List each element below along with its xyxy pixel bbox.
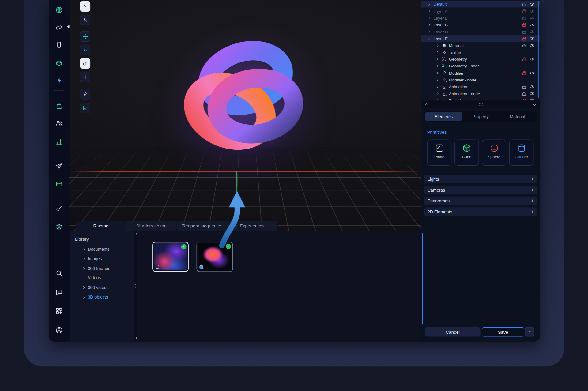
- layer-row-animation-node[interactable]: △ Animation - node: [421, 90, 540, 97]
- section-2d-elements[interactable]: 2D Elements +: [424, 207, 537, 216]
- tab-elements[interactable]: Elements: [425, 112, 462, 121]
- eye-icon[interactable]: [530, 71, 535, 75]
- layer-row-a[interactable]: Layer A: [421, 8, 540, 14]
- eye-icon[interactable]: [530, 85, 535, 88]
- layer-row-e[interactable]: Layer E: [421, 35, 540, 42]
- layers-scrollbar[interactable]: [538, 1, 539, 98]
- wallet-icon[interactable]: [55, 179, 63, 188]
- layer-row-modifier[interactable]: Modifier: [421, 70, 540, 76]
- layer-row-animation[interactable]: △ Animation: [421, 83, 540, 90]
- layer-row-geometry-node[interactable]: Geometry - node: [421, 63, 540, 70]
- key-icon[interactable]: [55, 204, 63, 213]
- collapse-section-icon[interactable]: —: [529, 130, 534, 134]
- save-options-button[interactable]: [525, 327, 534, 337]
- chevron-right-icon[interactable]: [436, 58, 439, 61]
- drag-dots-handle[interactable]: [479, 103, 479, 104]
- primitive-plane[interactable]: Plane: [427, 140, 452, 166]
- section-cameras[interactable]: Cameras +: [424, 186, 537, 194]
- pan-tool-button[interactable]: [80, 72, 90, 82]
- unlock-icon[interactable]: [522, 86, 526, 89]
- layer-row-default[interactable]: Default: [421, 1, 540, 7]
- chevron-right-icon[interactable]: [436, 92, 439, 95]
- asset-thumbnail-wave[interactable]: ✓: [152, 242, 189, 272]
- measure-tool-button[interactable]: [80, 103, 90, 113]
- shop-bag-icon[interactable]: [55, 101, 63, 110]
- primitive-cube[interactable]: Cube: [454, 140, 479, 166]
- chevron-right-icon[interactable]: [428, 17, 430, 19]
- unlock-icon[interactable]: [522, 93, 526, 96]
- lock-icon[interactable]: [522, 24, 526, 27]
- layer-row-texture[interactable]: Texture: [421, 49, 540, 56]
- add-icon[interactable]: +: [531, 209, 533, 214]
- paper-plane-icon[interactable]: [55, 161, 63, 170]
- tree-item-documents[interactable]: Documents: [70, 244, 134, 254]
- section-lights[interactable]: Lights +: [424, 175, 537, 183]
- unlock-icon[interactable]: [522, 45, 526, 47]
- chevron-right-icon[interactable]: [82, 248, 85, 251]
- tab-material[interactable]: Material: [499, 112, 536, 121]
- chevron-right-icon[interactable]: [428, 24, 430, 26]
- lock-icon[interactable]: [522, 11, 526, 13]
- eye-icon[interactable]: [530, 23, 535, 27]
- tree-item-360-images[interactable]: 360 Images: [70, 264, 134, 273]
- tree-item-library[interactable]: Library: [70, 234, 134, 244]
- eye-icon[interactable]: [530, 37, 535, 40]
- bar-chart-icon[interactable]: [55, 137, 63, 146]
- collapse-up-icon[interactable]: [425, 103, 428, 106]
- tab-property[interactable]: Property: [462, 112, 499, 121]
- tree-item-360-videos[interactable]: 360 videos: [70, 283, 134, 292]
- chevron-right-icon[interactable]: [82, 258, 85, 260]
- mobile-icon[interactable]: [55, 40, 63, 49]
- eye-icon[interactable]: [530, 2, 535, 6]
- chevron-right-icon[interactable]: [436, 51, 439, 54]
- users-icon[interactable]: [55, 118, 63, 127]
- move-tool-button[interactable]: [80, 31, 90, 42]
- chat-icon[interactable]: [55, 288, 63, 296]
- torus-knot-object[interactable]: [182, 39, 306, 163]
- tree-scrollbar[interactable]: [134, 231, 137, 342]
- tree-item-images[interactable]: Images: [70, 254, 134, 264]
- tree-item-videos[interactable]: Videos: [70, 273, 134, 283]
- layer-row-c[interactable]: Layer C: [421, 21, 540, 28]
- chevron-right-icon[interactable]: [436, 85, 439, 88]
- layer-row-b[interactable]: Layer B: [421, 14, 540, 21]
- layer-row-transform-node[interactable]: Transform node: [421, 97, 540, 100]
- lightning-icon[interactable]: [55, 76, 63, 85]
- gear-icon[interactable]: [55, 222, 63, 231]
- chevron-right-icon[interactable]: [428, 3, 430, 6]
- scale-tool-button[interactable]: [80, 58, 90, 69]
- layer-row-geometry[interactable]: Geometry: [421, 56, 540, 62]
- layer-row-modifier-node[interactable]: Modifier - node: [421, 77, 540, 83]
- lock-icon[interactable]: [522, 38, 526, 40]
- transform-tool-button[interactable]: [80, 45, 90, 55]
- add-icon[interactable]: +: [531, 176, 533, 182]
- eye-icon[interactable]: [530, 43, 535, 47]
- chevron-right-icon[interactable]: [82, 286, 85, 289]
- collapse-down-icon[interactable]: [533, 103, 536, 106]
- pen-tool-button[interactable]: [80, 89, 90, 99]
- eye-icon[interactable]: [530, 92, 535, 96]
- chevron-right-icon[interactable]: [436, 78, 439, 81]
- lock-icon[interactable]: [522, 73, 526, 75]
- primitive-cylinder[interactable]: Cilinder: [509, 140, 534, 166]
- section-panoramas[interactable]: Panoramas +: [424, 197, 537, 205]
- direct-select-tool-button[interactable]: [80, 15, 90, 25]
- account-icon[interactable]: [55, 325, 63, 334]
- chevron-right-icon[interactable]: [436, 44, 439, 47]
- chevron-right-icon[interactable]: [436, 65, 439, 68]
- search-icon[interactable]: [55, 269, 63, 277]
- chevron-right-icon[interactable]: [436, 72, 439, 74]
- layer-row-material[interactable]: Material: [421, 42, 540, 49]
- layer-row-d[interactable]: Layer D: [421, 28, 540, 35]
- tab-risorse[interactable]: Risorse: [76, 221, 126, 231]
- chevron-right-icon[interactable]: [82, 267, 85, 270]
- eye-icon[interactable]: [530, 57, 535, 61]
- chevron-right-icon[interactable]: [428, 30, 430, 33]
- lock-icon[interactable]: [522, 59, 526, 61]
- select-tool-button[interactable]: [80, 1, 90, 12]
- primitive-sphere[interactable]: Sphere: [482, 140, 506, 166]
- package-icon[interactable]: [55, 58, 63, 67]
- chevron-right-icon[interactable]: [82, 296, 85, 299]
- eye-off-icon[interactable]: [530, 30, 535, 33]
- apps-grid-icon[interactable]: [55, 306, 63, 315]
